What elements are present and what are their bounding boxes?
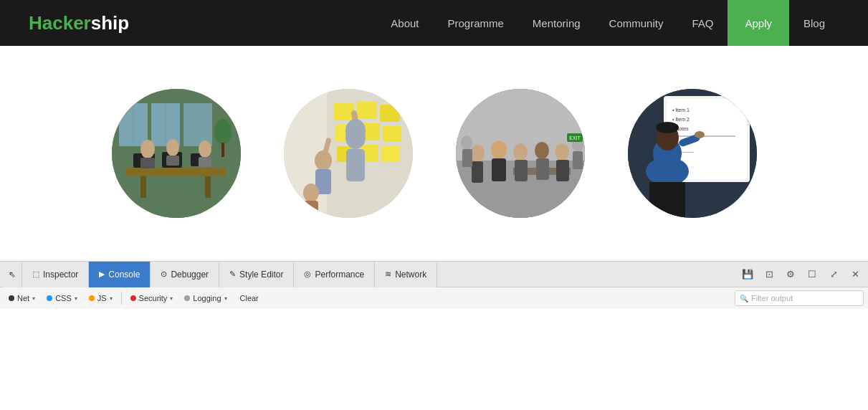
console-icon: ▶ [99, 270, 105, 279]
performance-icon: ◎ [304, 270, 311, 279]
filter-output-input[interactable] [751, 294, 859, 302]
net-chevron: ▾ [32, 295, 35, 302]
svg-rect-30 [381, 146, 400, 162]
filter-security-btn[interactable]: Security ▾ [126, 290, 178, 306]
tab-performance-label: Performance [315, 270, 364, 280]
svg-rect-49 [515, 160, 528, 181]
main-content: EXIT • Item 1 • Item 2 • Notes Data... —… [0, 46, 868, 261]
inspector-icon: ⬚ [32, 270, 39, 279]
filter-input-wrap: 🔍 [735, 290, 864, 306]
svg-point-54 [461, 135, 472, 150]
circle-image-4: • Item 1 • Item 2 • Notes Data... ————— [628, 89, 757, 218]
svg-rect-8 [205, 176, 211, 198]
filter-js-btn[interactable]: JS ▾ [85, 290, 117, 306]
nav-link-faq[interactable]: FAQ [677, 0, 728, 46]
svg-rect-27 [383, 126, 401, 142]
nav-link-community[interactable]: Community [595, 0, 678, 46]
style-editor-icon: ✎ [229, 270, 236, 279]
js-chevron: ▾ [110, 295, 113, 302]
debugger-icon: ⊙ [161, 270, 167, 279]
search-icon: 🔍 [740, 295, 748, 302]
svg-point-72 [656, 122, 679, 133]
nav-link-apply[interactable]: Apply [728, 0, 789, 46]
svg-rect-45 [472, 161, 483, 183]
filter-security-label: Security [139, 294, 168, 302]
nav-item-about[interactable]: About [376, 0, 433, 46]
devtools-panel: ⇖ ⬚ Inspector ▶ Console ⊙ Debugger ✎ Sty… [0, 261, 868, 410]
tab-style-editor-label: Style Editor [239, 270, 283, 280]
tab-network[interactable]: ≋ Network [375, 262, 437, 287]
svg-point-50 [535, 142, 549, 159]
settings-icon-btn[interactable]: ⚙ [781, 264, 801, 285]
nav-link-programme[interactable]: Programme [434, 0, 518, 46]
save-icon-btn[interactable]: 💾 [738, 264, 758, 285]
svg-point-52 [555, 143, 569, 161]
filter-net-label: Net [17, 294, 29, 302]
svg-rect-32 [346, 149, 365, 181]
nav-links: About Programme Mentoring Community FAQ … [376, 0, 839, 46]
devtools-actions: 💾 ⊡ ⚙ ☐ ⤢ ✕ [738, 264, 868, 285]
nav-item-mentoring[interactable]: Mentoring [518, 0, 595, 46]
nav-item-programme[interactable]: Programme [434, 0, 518, 46]
nav-link-mentoring[interactable]: Mentoring [518, 0, 595, 46]
filter-js-label: JS [97, 294, 107, 302]
tab-performance[interactable]: ◎ Performance [294, 262, 375, 287]
pointer-icon: ⇖ [9, 270, 16, 280]
logging-dot [184, 295, 190, 301]
svg-point-38 [303, 183, 319, 202]
nav-item-apply[interactable]: Apply [728, 0, 789, 46]
security-dot [130, 295, 136, 301]
tab-debugger-label: Debugger [171, 270, 209, 280]
tab-console[interactable]: ▶ Console [89, 262, 151, 287]
svg-rect-57 [573, 151, 583, 169]
devtools-pointer-tab[interactable]: ⇖ [3, 262, 22, 287]
svg-rect-39 [304, 201, 318, 215]
tab-inspector-label: Inspector [43, 270, 78, 280]
svg-rect-47 [492, 158, 506, 181]
tab-style-editor[interactable]: ✎ Style Editor [219, 262, 294, 287]
logo[interactable]: Hackership [29, 12, 129, 34]
js-dot [89, 295, 95, 301]
circle-image-2 [284, 89, 413, 218]
tab-console-label: Console [108, 270, 140, 280]
svg-point-48 [513, 143, 528, 161]
navbar: Hackership About Programme Mentoring Com… [0, 0, 868, 46]
svg-point-34 [345, 119, 366, 142]
dock-icon-btn[interactable]: ☐ [802, 264, 822, 285]
nav-item-community[interactable]: Community [595, 0, 678, 46]
network-icon: ≋ [385, 270, 391, 279]
svg-rect-17 [199, 157, 211, 167]
devtools-tab-bar: ⇖ ⬚ Inspector ▶ Console ⊙ Debugger ✎ Sty… [0, 262, 868, 287]
tab-debugger[interactable]: ⊙ Debugger [151, 262, 219, 287]
svg-point-12 [140, 140, 155, 158]
svg-rect-22 [334, 103, 354, 120]
svg-rect-75 [649, 182, 685, 218]
svg-rect-7 [140, 176, 146, 198]
svg-text:• Item 2: • Item 2 [672, 117, 690, 122]
tab-inspector[interactable]: ⬚ Inspector [22, 262, 89, 287]
close-icon-btn[interactable]: ✕ [845, 264, 865, 285]
expand-icon-btn[interactable]: ⤢ [824, 264, 844, 285]
svg-text:• Item 1: • Item 1 [672, 108, 690, 113]
svg-rect-23 [357, 102, 377, 119]
logging-chevron: ▾ [224, 295, 227, 302]
filter-css-btn[interactable]: CSS ▾ [42, 290, 82, 306]
filter-net-btn[interactable]: Net ▾ [4, 290, 39, 306]
divider-1 [121, 292, 122, 305]
nav-link-about[interactable]: About [376, 0, 433, 46]
svg-rect-51 [536, 158, 549, 180]
svg-rect-24 [380, 105, 400, 122]
svg-rect-55 [462, 149, 472, 167]
filter-logging-btn[interactable]: Logging ▾ [180, 290, 231, 306]
clear-button[interactable]: Clear [234, 292, 264, 304]
nav-link-blog[interactable]: Blog [789, 0, 839, 46]
console-filter-bar: Net ▾ CSS ▾ JS ▾ Security ▾ Logging ▾ [0, 287, 868, 309]
svg-rect-6 [126, 168, 226, 176]
svg-rect-13 [140, 158, 155, 168]
svg-point-14 [166, 139, 179, 156]
nav-item-blog[interactable]: Blog [789, 0, 839, 46]
logo-ship: ship [91, 12, 129, 34]
split-icon-btn[interactable]: ⊡ [759, 264, 779, 285]
filter-css-label: CSS [55, 294, 72, 302]
nav-item-faq[interactable]: FAQ [677, 0, 728, 46]
